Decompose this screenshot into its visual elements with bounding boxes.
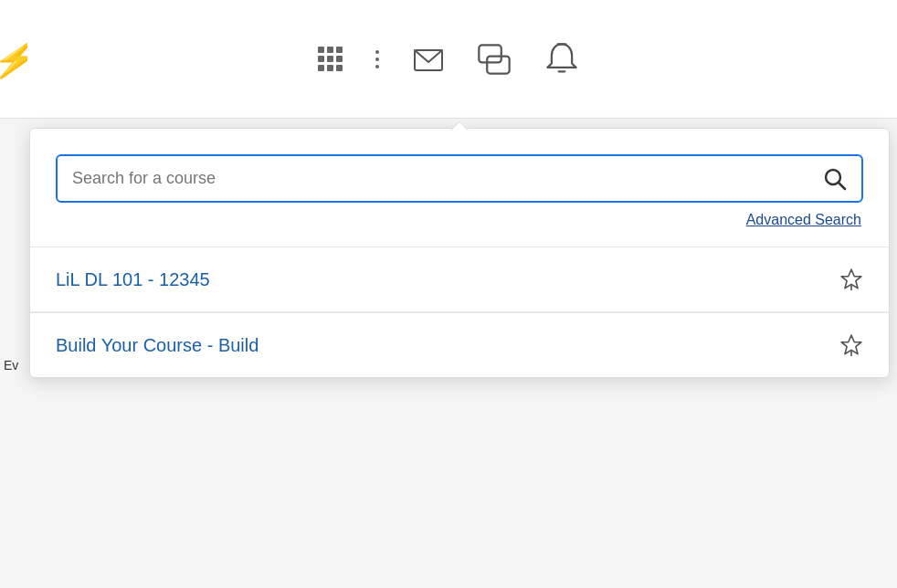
grid-apps-button[interactable] (311, 39, 350, 79)
course-item-2[interactable]: Build Your Course - Build (30, 313, 889, 377)
mail-icon (412, 43, 445, 76)
svg-rect-2 (487, 56, 509, 73)
chat-button[interactable] (469, 34, 520, 85)
search-button[interactable] (808, 158, 861, 200)
svg-line-6 (839, 183, 845, 189)
header-icons (311, 34, 587, 85)
search-area: Advanced Search (30, 129, 889, 247)
header-bar: ⚡ ⚡ (0, 0, 897, 119)
ev-label: Ev (0, 356, 22, 374)
pin-icon-1[interactable] (839, 268, 863, 291)
bell-icon (543, 41, 580, 78)
logo-area: ⚡ ⚡ (0, 0, 27, 119)
course-search-dropdown: Advanced Search LiL DL 101 - 12345 Build… (29, 128, 890, 378)
chat-icon (476, 41, 512, 78)
course-name-2: Build Your Course - Build (56, 335, 259, 356)
svg-rect-1 (479, 45, 501, 62)
course-item-1[interactable]: LiL DL 101 - 12345 (30, 247, 889, 312)
course-name-1: LiL DL 101 - 12345 (56, 269, 210, 290)
search-box-container (56, 154, 863, 203)
more-options-button[interactable] (366, 41, 388, 78)
logo-green-shape: ⚡ (0, 42, 27, 77)
messages-button[interactable] (405, 36, 452, 83)
grid-icon (318, 47, 343, 71)
search-input[interactable] (58, 156, 808, 201)
pin-icon-2[interactable] (839, 333, 863, 357)
vertical-dots-icon (374, 48, 381, 70)
search-icon (823, 167, 847, 191)
notifications-button[interactable] (536, 34, 587, 85)
advanced-search-link[interactable]: Advanced Search (56, 203, 863, 234)
